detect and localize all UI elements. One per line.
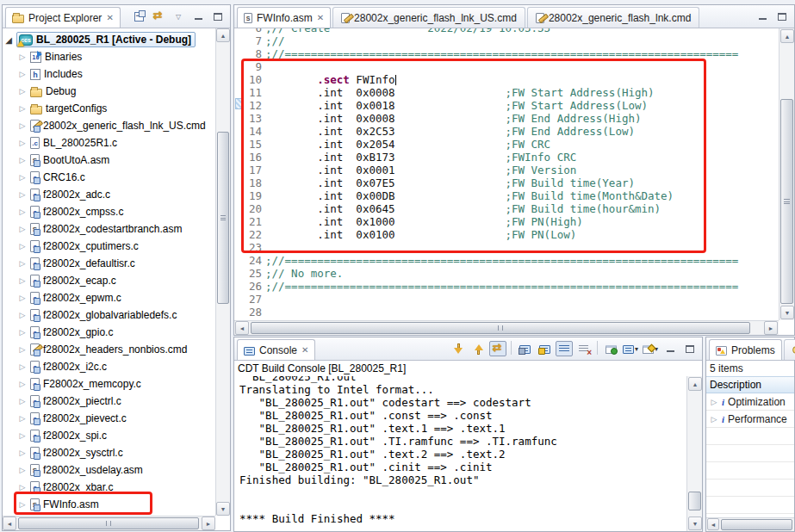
expander-icon[interactable]: ▷ [18, 362, 27, 371]
expander-icon[interactable]: ◢ [4, 35, 13, 45]
scrollbar-thumb[interactable] [688, 492, 701, 510]
tree-item[interactable]: ▷cf28002x_spi.c [3, 427, 215, 444]
tree-item[interactable]: ▷Debug [3, 83, 215, 100]
scroll-down-arrow[interactable]: ▼ [780, 306, 794, 319]
scrollbar-thumb[interactable] [780, 99, 793, 304]
expander-icon[interactable]: ▷ [710, 415, 718, 424]
expander-icon[interactable]: ▷ [18, 431, 27, 440]
problem-row[interactable]: ▷iOptimization [706, 393, 794, 411]
tree-item[interactable]: ▷cf28002x_cmpss.c [3, 203, 215, 220]
problem-row[interactable]: ▷iPerformance [706, 411, 794, 428]
tab-project-explorer[interactable]: Project Explorer ✕ [5, 7, 121, 28]
word-wrap-button[interactable] [556, 341, 573, 356]
tree-item-fwinfo[interactable]: ▷SFWInfo.asm [3, 496, 215, 513]
expander-icon[interactable]: ▷ [18, 466, 27, 474]
tree-item[interactable]: ▷28002x_generic_flash_lnk_US.cmd [3, 117, 215, 134]
tree-item[interactable]: ▷cF28002x_memcopy.c [3, 375, 215, 393]
column-header-description[interactable]: Description [706, 376, 794, 393]
tree-item[interactable]: ▷hIncludes [3, 65, 215, 83]
tree-item[interactable]: ▷cf28002x_epwm.c [3, 289, 215, 306]
expander-icon[interactable]: ▷ [18, 139, 27, 147]
editor-vertical-scrollbar[interactable]: ▲ ▼ [779, 28, 794, 320]
tree-item[interactable]: ▷cf28002x_defaultisr.c [3, 255, 215, 272]
expander-icon[interactable]: ▷ [18, 207, 27, 216]
expander-icon[interactable]: ▷ [18, 173, 27, 182]
expander-icon[interactable]: ▷ [18, 121, 27, 130]
scroll-left-arrow[interactable]: ◄ [707, 518, 719, 530]
minimize-button[interactable] [661, 341, 679, 356]
view-menu-button[interactable]: ▽ [170, 9, 187, 24]
clear-console-button[interactable] [575, 341, 593, 356]
expander-icon[interactable]: ▷ [18, 104, 27, 113]
tree-item[interactable]: ▷cf28002x_adc.c [3, 186, 215, 203]
scroll-down-arrow[interactable]: ▼ [216, 502, 230, 516]
tree-item[interactable]: ▷cCRC16.c [3, 169, 215, 186]
link-with-editor-button[interactable] [150, 9, 167, 24]
expander-icon[interactable]: ▷ [18, 156, 27, 164]
scrollbar-thumb[interactable] [217, 132, 229, 304]
expander-icon[interactable]: ▷ [18, 87, 27, 96]
tree-item[interactable]: ▷cf28002x_globalvariabledefs.c [3, 306, 215, 324]
expander-icon[interactable]: ▷ [18, 53, 27, 61]
tree-item[interactable]: ▷cf28002x_cputimers.c [3, 238, 215, 255]
expander-icon[interactable]: ▷ [710, 398, 718, 406]
tab-console[interactable]: Console ✕ [237, 339, 315, 360]
tab-flash-lnk-us-cmd[interactable]: 28002x_generic_flash_lnk_US.cmd [332, 7, 525, 28]
tree-item[interactable]: ▷targetConfigs [3, 100, 215, 117]
expander-icon[interactable]: ▷ [18, 311, 27, 319]
tab-advice[interactable] [784, 339, 795, 360]
display-console-button[interactable]: ▾ [622, 341, 639, 356]
collapse-all-button[interactable] [130, 9, 147, 24]
tree-item[interactable]: ▷SBootUtoA.asm [3, 152, 215, 169]
scrollbar-thumb[interactable] [251, 322, 750, 334]
scroll-right-arrow[interactable]: ► [202, 517, 215, 530]
tab-problems[interactable]: Problems [709, 339, 782, 360]
scrollbar-thumb[interactable] [721, 519, 792, 530]
expander-icon[interactable]: ▷ [18, 276, 27, 285]
next-message-button[interactable] [450, 341, 467, 356]
show-stdout-button[interactable] [516, 341, 533, 356]
scroll-down-arrow[interactable]: ▼ [688, 517, 702, 530]
tree-item[interactable]: ▷10Binaries [3, 48, 215, 65]
maximize-button[interactable] [209, 9, 227, 24]
expander-icon[interactable]: ▷ [18, 225, 27, 233]
expander-icon[interactable]: ▷ [18, 483, 27, 492]
previous-message-button[interactable] [469, 341, 487, 356]
expander-icon[interactable]: ▷ [18, 242, 27, 251]
expander-icon[interactable]: ▷ [18, 448, 27, 457]
tree-item[interactable]: ▷cf28002x_sysctrl.c [3, 444, 215, 461]
console-output[interactable]: "BL_280025_R1.out" Translating to Intel … [234, 376, 686, 531]
close-icon[interactable]: ✕ [106, 13, 113, 22]
tree-item[interactable]: ▷Sf28002x_codestartbranch.asm [3, 220, 215, 238]
expander-icon[interactable]: ▷ [18, 259, 27, 268]
problems-horizontal-scrollbar[interactable]: ◄ [706, 517, 794, 531]
expander-icon[interactable]: ▷ [18, 397, 27, 405]
expander-icon[interactable]: ▷ [18, 414, 27, 423]
expander-icon[interactable]: ▷ [18, 380, 27, 388]
minimize-button[interactable] [754, 9, 771, 24]
expander-icon[interactable]: ▷ [18, 500, 27, 509]
follow-output-button[interactable] [489, 341, 506, 356]
tree-item[interactable]: ▷.cBL_280025R1.c [3, 134, 215, 152]
expander-icon[interactable]: ▷ [18, 328, 27, 337]
scroll-right-arrow[interactable]: ► [764, 321, 778, 335]
tab-fwinfo-asm[interactable]: S FWInfo.asm ✕ [237, 7, 331, 28]
tree-item-project-root[interactable]: ◢ ccs BL_280025_R1 [Active - Debug] [3, 31, 215, 48]
tree-item[interactable]: ▷Sf28002x_usdelay.asm [3, 461, 215, 479]
expander-icon[interactable]: ▷ [18, 70, 27, 78]
tree-item[interactable]: ▷cf28002x_pievect.c [3, 410, 215, 427]
tree-vertical-scrollbar[interactable]: ▲ ▼ [215, 28, 230, 516]
pin-console-button[interactable] [602, 341, 619, 356]
tab-flash-lnk-cmd[interactable]: 28002x_generic_flash_lnk.cmd [527, 7, 699, 28]
tree-item[interactable]: ▷cf28002x_i2c.c [3, 358, 215, 375]
maximize-button[interactable] [681, 341, 699, 356]
scroll-up-arrow[interactable]: ▲ [780, 29, 794, 43]
tree-item[interactable]: ▷cf28002x_xbar.c [3, 479, 215, 496]
expander-icon[interactable]: ▷ [18, 294, 27, 302]
scroll-left-arrow[interactable]: ◄ [235, 321, 249, 335]
tree-item[interactable]: ▷f28002x_headers_nonbios.cmd [3, 341, 215, 358]
show-stderr-button[interactable] [536, 341, 553, 356]
editor-horizontal-scrollbar[interactable]: ◄ ► [234, 320, 779, 335]
minimize-button[interactable] [189, 9, 207, 24]
close-icon[interactable]: ✕ [301, 345, 308, 355]
